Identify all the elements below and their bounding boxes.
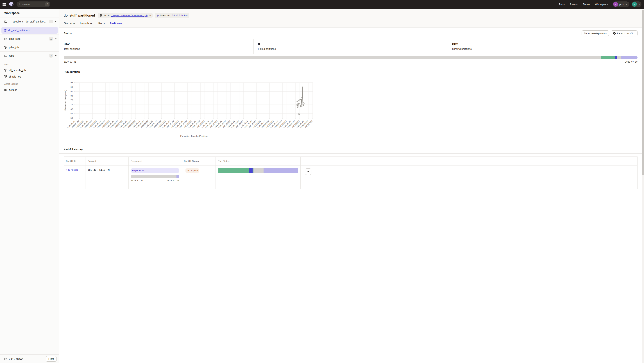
page-title: do_stuff_partitioned [64, 14, 95, 18]
svg-text:7.0: 7.0 [70, 104, 74, 106]
tab-overview[interactable]: Overview [64, 22, 75, 27]
failed-partitions-cell: 0 Failed partitions [254, 39, 322, 54]
col-run-status: Run Status [216, 157, 300, 165]
data-point-marker[interactable] [300, 103, 301, 104]
data-point-marker[interactable] [302, 86, 303, 88]
latest-run-link[interactable]: Jul 30, 5:14 PM [172, 14, 188, 17]
bar-segment-blue [249, 168, 252, 173]
repo-location-link[interactable]: __reposi...artitioned@partitioned_job [111, 14, 148, 17]
sidebar-item-simple-job[interactable]: simple_job [0, 74, 59, 80]
caret-down-icon[interactable] [55, 55, 57, 56]
search-icon [19, 4, 20, 5]
svg-text:9.0: 9.0 [70, 86, 74, 88]
search-placeholder: Search... [22, 3, 44, 6]
data-point-marker[interactable] [297, 103, 298, 104]
sidebar-item-prha-job[interactable]: prha_job [0, 43, 59, 52]
caret-down-icon[interactable] [55, 38, 57, 40]
status-section-header: Status Show per-step status Launch backf… [59, 28, 322, 39]
job-location-tag: Job in __reposi...artitioned@partitioned… [98, 13, 153, 18]
status-heading: Status [64, 32, 322, 35]
sidebar-item-do-stuff-partitioned-selected[interactable]: do_stuff_partitioned [2, 27, 58, 34]
svg-text:6.5: 6.5 [70, 108, 74, 110]
backfill-created-time: Jul 30, 5:12 PM [88, 168, 110, 171]
svg-text:6.0: 6.0 [70, 112, 74, 114]
hamburger-menu-icon[interactable] [2, 3, 6, 6]
sidebar-item-repo[interactable]: repo 3 [0, 52, 59, 60]
execution-time-line [297, 87, 304, 114]
job-icon [4, 46, 7, 49]
count-badge: 1 [49, 37, 53, 41]
bar-segment-lavender [264, 168, 278, 173]
sidebar-item-label: prha_job [9, 46, 57, 49]
latest-run-tag: Latest run: Jul 30, 5:14 PM [155, 13, 189, 18]
data-point-marker[interactable] [297, 106, 298, 108]
job-label: simple_job [9, 75, 21, 78]
backfill-id-link[interactable]: jozrgsbh [66, 168, 78, 171]
sidebar-item-label: do_stuff_partitioned [8, 29, 30, 32]
svg-text:9.5: 9.5 [70, 82, 74, 84]
run-duration-chart: 9.59.08.58.07.57.06.56.05.52020-01-01202… [59, 76, 322, 140]
run-duration-heading: Run duration [59, 67, 322, 76]
data-point-marker[interactable] [298, 104, 299, 106]
total-partitions-value: 942 [64, 42, 249, 46]
data-point-marker[interactable] [303, 102, 304, 104]
search-shortcut-key: / [45, 2, 49, 6]
total-partitions-cell: 942 Total partitions [59, 39, 254, 54]
job-header: do_stuff_partitioned Job in __reposi...a… [59, 9, 322, 28]
count-badge: 1 [49, 20, 53, 24]
dagster-logo-icon[interactable] [9, 2, 14, 7]
run-status-bar[interactable] [218, 168, 298, 173]
asset-groups-section-label: Asset Groups [0, 80, 59, 87]
asset-group-icon [4, 88, 7, 92]
job-icon [100, 14, 102, 17]
top-nav: Search... / Runs Assets Status Workspace… [0, 0, 322, 9]
job-tag-prefix: Job in [104, 14, 109, 17]
folder-icon [4, 38, 7, 40]
count-badge: 3 [49, 54, 53, 58]
sidebar-item-prha-repo[interactable]: prha_repo 1 [0, 34, 59, 43]
col-expand [300, 157, 316, 165]
bar-segment-green [238, 168, 249, 173]
sidebar-item-all-cereals-job[interactable]: all_cereals_job [0, 67, 59, 74]
job-icon [4, 29, 6, 32]
workspace-sidebar: Workspace __repository__do_stuff_partiti… [0, 9, 59, 182]
tab-partitions[interactable]: Partitions [110, 22, 122, 27]
data-point-marker[interactable] [298, 114, 300, 115]
partition-counts: 942 Total partitions 0 Failed partitions… [59, 39, 322, 54]
tab-launchpad[interactable]: Launchpad [80, 22, 93, 27]
partition-range-start: 2020-01-01 [64, 60, 76, 63]
asset-group-label: default [9, 88, 16, 92]
job-icon [4, 69, 7, 72]
tab-runs[interactable]: Runs [98, 22, 105, 27]
col-backfill-id: Backfill Id [64, 157, 86, 165]
svg-text:5.5: 5.5 [70, 117, 74, 119]
folder-icon [4, 20, 7, 23]
run-status-dot [157, 14, 159, 16]
svg-text:7.5: 7.5 [70, 99, 74, 101]
reload-icon[interactable]: ↻ [149, 14, 151, 17]
requested-range-end: 2022-07-30 [167, 179, 179, 182]
execution-time-chart[interactable]: 9.59.08.58.07.57.06.56.05.52020-01-01202… [64, 80, 316, 139]
data-point-marker[interactable] [296, 101, 298, 102]
failed-partitions-value: 0 [258, 42, 322, 46]
sidebar-item-default-asset-group[interactable]: default [0, 87, 59, 93]
sidebar-item-label: prha_repo [9, 38, 47, 40]
sidebar-item-wrap: do_stuff_partitioned [0, 26, 59, 34]
data-point-marker[interactable] [299, 99, 300, 100]
caret-down-icon[interactable] [55, 21, 57, 22]
data-point-marker[interactable] [302, 104, 304, 106]
partition-status-bar[interactable] [64, 56, 322, 59]
data-point-marker[interactable] [301, 98, 302, 99]
sidebar-item-repository-do-stuff[interactable]: __repository__do_stuff_partitio... 1 [0, 17, 59, 26]
requested-partitions-chip[interactable]: 60 partitions [131, 168, 179, 173]
search-input[interactable]: Search... / [16, 2, 50, 7]
y-axis-title: Execution time (secs) [64, 90, 67, 111]
repository-list: __repository__do_stuff_partitio... 1 do_… [0, 17, 59, 60]
expand-row-button[interactable] [305, 168, 312, 175]
folder-icon [4, 54, 7, 57]
col-created: Created [86, 157, 128, 165]
bar-segment-gray [131, 175, 176, 178]
backfill-status-badge: Incomplete [186, 168, 199, 173]
bar-segment-lavender [176, 175, 179, 178]
data-point-marker[interactable] [300, 107, 301, 108]
